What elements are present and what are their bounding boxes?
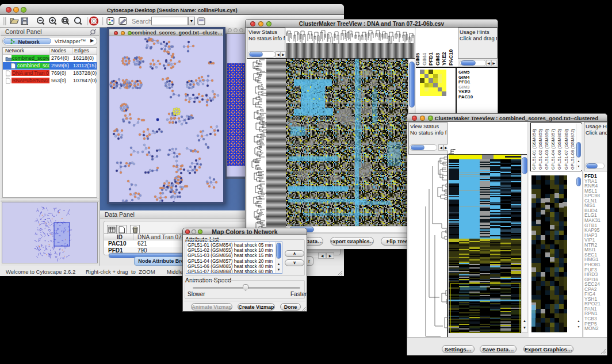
svg-text:GPL51-04 (GSM857): GPL51-04 (GSM857) [550, 129, 556, 170]
svg-text:GIM5: GIM5 [416, 53, 420, 66]
svg-text:GPL51-02 (GSM855): GPL51-02 (GSM855) [538, 129, 543, 170]
svg-text:PFD1: PFD1 [428, 52, 434, 66]
svg-text:GPL51-01 (GSM854): GPL51-01 (GSM854) [531, 129, 537, 170]
svg-text:YKE2: YKE2 [441, 52, 447, 66]
svg-text:GPL51-06 (GSM865): GPL51-06 (GSM865) [557, 129, 562, 170]
svg-text:GIM4: GIM4 [422, 53, 427, 66]
svg-text:GPL51-08 (GSM872): GPL51-08 (GSM872) [570, 129, 575, 170]
svg-text:PAC10: PAC10 [448, 49, 454, 66]
svg-text:GPL51-03 (GSM856): GPL51-03 (GSM856) [544, 129, 549, 170]
svg-text:GPL51-07 (GSM868): GPL51-07 (GSM868) [564, 129, 569, 170]
svg-text:GIM3: GIM3 [435, 53, 441, 66]
